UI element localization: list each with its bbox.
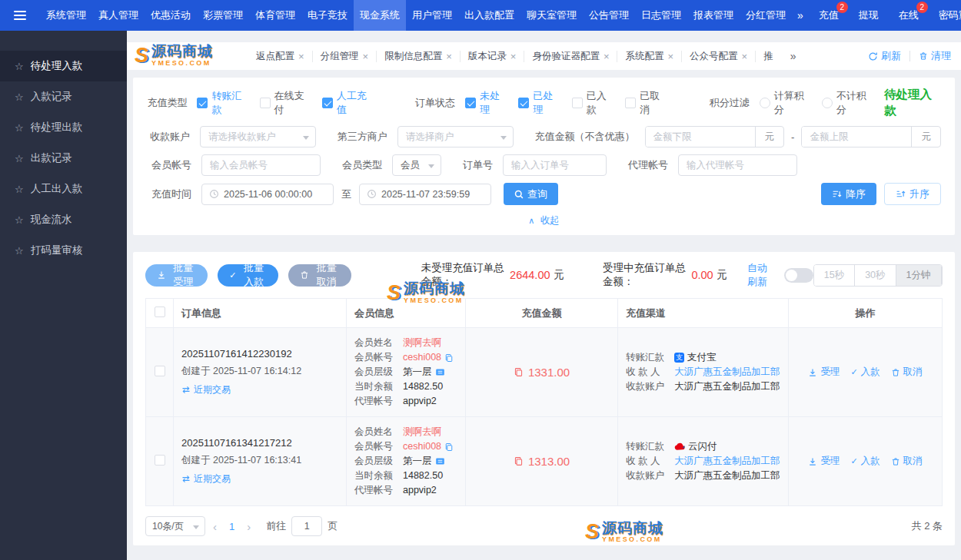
sidebar-item-withdrawal-records[interactable]: ☆ 出款记录	[0, 143, 127, 174]
auto-refresh-toggle[interactable]	[784, 268, 813, 283]
sidebar-item-cash-flow[interactable]: ☆ 现金流水	[0, 204, 127, 235]
close-icon[interactable]: ×	[446, 51, 452, 61]
tab-restriction-config[interactable]: 限制信息配置 ×	[377, 51, 461, 62]
recent-transactions-link[interactable]: 近期交易	[181, 383, 231, 396]
topnav-item-announcement[interactable]: 公告管理	[583, 0, 635, 31]
tab-official-account-config[interactable]: 公众号配置 ×	[682, 51, 756, 62]
topnav-item-chatroom[interactable]: 聊天室管理	[520, 0, 583, 31]
select-all-checkbox[interactable]	[155, 307, 165, 317]
date-from-input[interactable]	[201, 184, 334, 205]
topnav-item-system[interactable]: 系统管理	[40, 0, 92, 31]
close-icon[interactable]: ×	[742, 51, 748, 61]
copy-icon[interactable]	[444, 353, 454, 363]
sort-descending-button[interactable]: 降序	[821, 183, 876, 205]
tab-truncated[interactable]: 推	[756, 51, 781, 62]
close-icon[interactable]: ×	[298, 51, 304, 61]
row-checkbox[interactable]	[155, 366, 165, 376]
interval-15s[interactable]: 15秒	[814, 265, 854, 286]
topnav-recharge-notice[interactable]: 充值 2	[809, 0, 849, 31]
close-icon[interactable]: ×	[363, 51, 369, 61]
interval-30s[interactable]: 30秒	[854, 265, 895, 286]
amount-min-input[interactable]	[646, 127, 755, 147]
amount-max-input[interactable]	[802, 127, 911, 147]
batch-cancel-button[interactable]: 批量取消	[288, 264, 351, 287]
filter-checkbox-transfer[interactable]: 转账汇款	[197, 89, 246, 117]
tab-rebate-config[interactable]: 返点配置 ×	[248, 51, 313, 62]
tab-system-config[interactable]: 系统配置 ×	[617, 51, 682, 62]
tab-authenticator-config[interactable]: 身份验证器配置 ×	[524, 51, 617, 62]
filter-checkbox-online-pay[interactable]: 在线支付	[260, 89, 309, 117]
topnav-item-cash[interactable]: 现金系统	[354, 0, 406, 31]
sidebar-item-betting-audit[interactable]: ☆ 打码量审核	[0, 235, 127, 266]
filter-radio-no-points[interactable]: 不计积分	[822, 89, 871, 117]
member-account-input[interactable]	[201, 154, 321, 176]
batch-accept-button[interactable]: 批量受理	[145, 264, 208, 287]
accept-action[interactable]: 受理	[808, 455, 840, 468]
recent-transactions-link[interactable]: 近期交易	[181, 472, 231, 485]
filter-checkbox-processed[interactable]: 已处理	[518, 89, 558, 117]
topnav-overflow-icon[interactable]: »	[792, 0, 809, 31]
filter-checkbox-cancelled[interactable]: 已取消	[625, 89, 665, 117]
interval-5min[interactable]: 5分钟	[941, 265, 943, 286]
copy-icon[interactable]	[514, 456, 524, 466]
tab-version-history[interactable]: 版本记录 ×	[461, 51, 525, 62]
auto-refresh-label[interactable]: 自动刷新	[747, 261, 777, 289]
cancel-action[interactable]: 取消	[891, 455, 923, 468]
topnav-online-notice[interactable]: 在线 2	[889, 0, 929, 31]
tab-group-management[interactable]: 分组管理 ×	[313, 51, 377, 62]
refresh-tabs-button[interactable]: 刷新	[868, 49, 901, 63]
sidebar-item-manual-transactions[interactable]: ☆ 人工出入款	[0, 174, 127, 204]
filter-radio-count-points[interactable]: 计算积分	[760, 89, 809, 117]
collapse-filters-toggle[interactable]: ∧ 收起	[147, 212, 941, 234]
topnav-item-payment-config[interactable]: 出入款配置	[458, 0, 520, 31]
page-size-select[interactable]: 10条/页	[145, 516, 205, 536]
topnav-item-logs[interactable]: 日志管理	[635, 0, 687, 31]
member-type-select[interactable]: 会员	[392, 154, 441, 176]
search-button[interactable]: 查询	[504, 183, 558, 205]
topnav-withdraw-notice[interactable]: 提现	[849, 0, 889, 31]
hamburger-menu-icon[interactable]	[0, 0, 40, 31]
sidebar-item-deposit-records[interactable]: ☆ 入款记录	[0, 81, 127, 112]
topnav-item-users[interactable]: 用户管理	[406, 0, 458, 31]
topnav-password-reset[interactable]: 密码重置	[929, 0, 961, 31]
payee-link[interactable]: 大沥广惠五金制品加工部	[674, 454, 780, 469]
close-icon[interactable]: ×	[667, 51, 673, 61]
date-to-input[interactable]	[359, 184, 491, 205]
topnav-item-sports[interactable]: 体育管理	[249, 0, 301, 31]
tabs-overflow-icon[interactable]: »	[784, 50, 803, 62]
topnav-item-esports[interactable]: 电子竞技	[301, 0, 354, 31]
copy-icon[interactable]	[514, 367, 524, 377]
topnav-item-lottery[interactable]: 彩票管理	[197, 0, 249, 31]
sidebar-item-pending-deposits[interactable]: ☆ 待处理入款	[0, 51, 127, 81]
filter-checkbox-unprocessed[interactable]: 未处理	[465, 89, 505, 117]
cancel-action[interactable]: 取消	[891, 366, 923, 379]
topnav-item-promo[interactable]: 优惠活动	[145, 0, 197, 31]
filter-checkbox-manual[interactable]: 人工充值	[322, 89, 371, 117]
agent-account-input[interactable]	[678, 154, 797, 176]
current-page[interactable]: 1	[224, 521, 239, 532]
topnav-item-dividend[interactable]: 分红管理	[740, 0, 792, 31]
payee-link[interactable]: 大沥广惠五金制品加工部	[674, 365, 780, 379]
goto-page-input[interactable]	[291, 516, 322, 536]
clear-tabs-button[interactable]: 清理	[919, 49, 951, 63]
deposit-action[interactable]: ✓入款	[850, 366, 880, 379]
date-to-value[interactable]	[381, 189, 484, 200]
payee-account-select[interactable]: 请选择收款账户	[200, 126, 316, 147]
accept-action[interactable]: 受理	[808, 366, 840, 379]
topnav-item-live[interactable]: 真人管理	[92, 0, 145, 31]
filter-checkbox-deposited[interactable]: 已入款	[572, 89, 612, 117]
sort-ascending-button[interactable]: 升序	[884, 183, 941, 205]
close-icon[interactable]: ×	[604, 51, 610, 61]
copy-icon[interactable]	[444, 442, 454, 452]
deposit-action[interactable]: ✓入款	[850, 455, 880, 468]
interval-1min[interactable]: 1分钟	[896, 265, 941, 286]
merchant-select[interactable]: 请选择商户	[397, 126, 514, 147]
order-no-input[interactable]	[503, 154, 607, 176]
prev-page-button[interactable]: ‹	[205, 520, 224, 533]
close-icon[interactable]: ×	[510, 51, 517, 61]
next-page-button[interactable]: ›	[239, 520, 258, 533]
batch-deposit-button[interactable]: ✓ 批量入款	[218, 264, 278, 287]
date-from-value[interactable]	[224, 189, 326, 200]
row-checkbox[interactable]	[155, 455, 165, 466]
sidebar-item-pending-withdrawals[interactable]: ☆ 待处理出款	[0, 112, 127, 143]
